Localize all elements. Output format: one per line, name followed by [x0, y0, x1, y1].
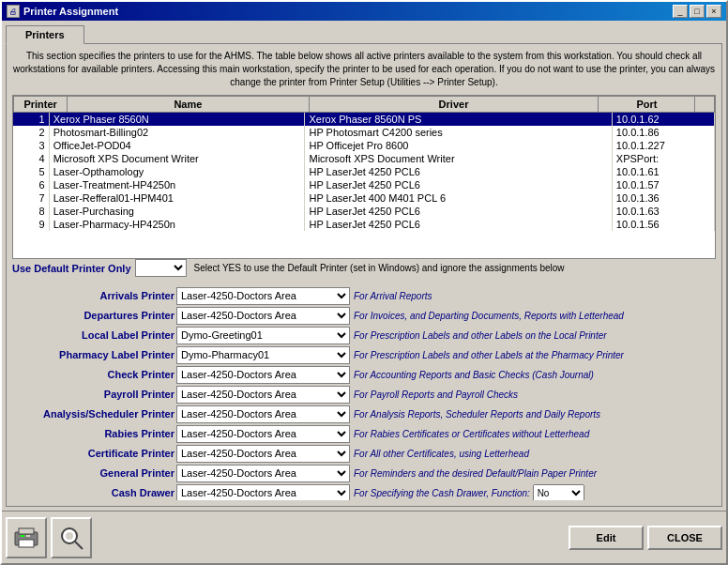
assignment-label: Certificate Printer — [12, 448, 176, 459]
assignment-label: Payroll Printer — [12, 389, 176, 400]
content-area: Printers This section specifies the prin… — [2, 21, 726, 511]
assignment-desc: For Rabies Certificates or Certificates … — [354, 429, 716, 439]
cell-driver: Microsoft XPS Document Writer — [305, 152, 612, 165]
col-header-scroll — [695, 97, 715, 113]
table-scroll[interactable]: 1 Xerox Phaser 8560N Xerox Phaser 8560N … — [13, 113, 715, 258]
table-row[interactable]: 5 Laser-Opthamology HP LaserJet 4250 PCL… — [13, 165, 715, 178]
cell-driver: HP LaserJet 400 M401 PCL 6 — [305, 191, 612, 205]
assignment-label: Cash Drawer — [12, 487, 176, 498]
tab-bar: Printers — [6, 24, 722, 43]
cell-num: 1 — [13, 113, 49, 126]
assignment-select[interactable]: Laser-4250-Doctors Area — [176, 484, 350, 501]
window-controls: _ □ × — [673, 5, 721, 18]
cash-drawer-function-select[interactable]: NoYes — [533, 484, 584, 500]
assignment-select[interactable]: Laser-4250-Doctors Area — [176, 425, 350, 443]
close-button[interactable]: × — [706, 5, 721, 18]
assignment-row: General Printer Laser-4250-Doctors Area … — [12, 464, 716, 482]
assignment-desc: For Prescription Labels and other Labels… — [354, 350, 716, 360]
cell-name: Laser-Pharmacy-HP4250n — [49, 218, 305, 231]
assignment-label: General Printer — [12, 467, 176, 479]
assignment-desc: For Prescription Labels and other Labels… — [354, 330, 716, 341]
cell-num: 5 — [13, 165, 49, 178]
cell-port: XPSPort: — [612, 152, 714, 165]
col-header-driver: Driver — [309, 97, 599, 113]
cell-num: 9 — [13, 218, 49, 231]
assignment-desc: For Payroll Reports and Payroll Checks — [354, 389, 716, 400]
search-icon[interactable] — [51, 517, 92, 558]
cell-num: 2 — [13, 126, 49, 139]
cell-driver: Xerox Phaser 8560N PS — [305, 113, 612, 126]
tab-printers[interactable]: Printers — [6, 25, 84, 44]
assignment-desc: For Arrival Reports — [354, 291, 716, 301]
assignment-select[interactable]: Laser-4250-Doctors Area — [176, 465, 350, 482]
assignments-area: Arrivals Printer Laser-4250-Doctors Area… — [12, 286, 716, 500]
table-row[interactable]: 2 Photosmart-Billing02 HP Photosmart C42… — [13, 126, 715, 139]
cell-port: 10.0.1.56 — [612, 218, 714, 231]
assignment-row: Cash Drawer Laser-4250-Doctors Area For … — [12, 483, 716, 500]
table-row[interactable]: 1 Xerox Phaser 8560N Xerox Phaser 8560N … — [13, 113, 715, 126]
cell-name: Microsoft XPS Document Writer — [49, 152, 305, 165]
assignment-desc: For Invoices, and Departing Documents, R… — [354, 311, 716, 321]
cell-driver: HP LaserJet 4250 PCL6 — [305, 165, 612, 178]
assignment-row: Certificate Printer Laser-4250-Doctors A… — [12, 444, 716, 463]
assignment-label: Analysis/Scheduler Printer — [12, 408, 176, 420]
cell-name: Xerox Phaser 8560N — [49, 113, 305, 126]
cell-name: OfficeJet-POD04 — [49, 139, 305, 152]
table-row[interactable]: 9 Laser-Pharmacy-HP4250n HP LaserJet 425… — [13, 218, 715, 231]
table-row[interactable]: 7 Laser-Refferal01-HPM401 HP LaserJet 40… — [13, 191, 715, 205]
table-row[interactable]: 4 Microsoft XPS Document Writer Microsof… — [13, 152, 715, 165]
svg-rect-2 — [19, 540, 34, 547]
assignment-select[interactable]: Laser-4250-Doctors Area — [176, 405, 350, 423]
cell-driver: HP LaserJet 4250 PCL6 — [305, 218, 612, 231]
table-row[interactable]: 6 Laser-Treatment-HP4250n HP LaserJet 42… — [13, 178, 715, 191]
cell-driver: HP LaserJet 4250 PCL6 — [305, 178, 612, 191]
cell-port: 10.0.1.227 — [612, 139, 714, 152]
cell-driver: HP LaserJet 4250 PCL6 — [305, 205, 612, 218]
table-row[interactable]: 3 OfficeJet-POD04 HP Officejet Pro 8600 … — [13, 139, 715, 152]
cell-driver: HP Officejet Pro 8600 — [305, 139, 612, 152]
svg-rect-4 — [26, 535, 30, 537]
table-row[interactable]: 8 Laser-Purchasing HP LaserJet 4250 PCL6… — [13, 205, 715, 218]
assignment-select[interactable]: Laser-4250-Doctors Area — [176, 307, 350, 325]
assignment-select[interactable]: Dymo-Greeting01 — [176, 327, 350, 344]
cell-num: 4 — [13, 152, 49, 165]
cell-port: 10.0.1.86 — [612, 126, 714, 139]
info-text: This section specifies the printers to u… — [12, 50, 716, 89]
maximize-button[interactable]: □ — [690, 5, 705, 18]
cell-num: 7 — [13, 191, 49, 205]
assignment-select[interactable]: Dymo-Pharmacy01 — [176, 346, 350, 364]
assignment-desc: For Analysis Reports, Scheduler Reports … — [354, 409, 716, 420]
default-printer-label: Use Default Printer Only — [12, 263, 131, 274]
cell-name: Photosmart-Billing02 — [49, 126, 305, 139]
cell-port: 10.0.1.61 — [612, 165, 714, 178]
assignment-row: Payroll Printer Laser-4250-Doctors Area … — [12, 385, 716, 404]
cell-port: 10.0.1.57 — [612, 178, 714, 191]
minimize-button[interactable]: _ — [673, 5, 688, 18]
assignment-select[interactable]: Laser-4250-Doctors Area — [176, 287, 350, 305]
cell-name: Laser-Purchasing — [49, 205, 305, 218]
col-header-port: Port — [599, 97, 695, 113]
close-button[interactable]: CLOSE — [647, 526, 722, 550]
assignment-row: Rabies Printer Laser-4250-Doctors Area F… — [12, 424, 716, 443]
window-icon: 🖨 — [7, 5, 20, 18]
assignment-label: Rabies Printer — [12, 428, 176, 439]
assignment-desc: For Reminders and the desired Default/Pl… — [354, 468, 716, 479]
svg-rect-1 — [19, 528, 34, 534]
svg-line-6 — [75, 542, 83, 549]
assignment-label: Pharmacy Label Printer — [12, 349, 176, 360]
cell-num: 8 — [13, 205, 49, 218]
printer-icon[interactable] — [6, 517, 47, 558]
title-bar: 🖨 Printer Assignment _ □ × — [2, 2, 726, 21]
default-printer-select[interactable]: YES NO — [135, 259, 187, 277]
cell-port: 10.0.1.63 — [612, 205, 714, 218]
assignment-desc: For All other Certificates, using Letter… — [354, 449, 716, 459]
printer-table-container: Printer Name Driver Port — [12, 95, 716, 259]
assignment-select[interactable]: Laser-4250-Doctors Area — [176, 366, 350, 384]
default-printer-row: Use Default Printer Only YES NO Select Y… — [12, 259, 716, 277]
cell-driver: HP Photosmart C4200 series — [305, 126, 612, 139]
assignment-row: Pharmacy Label Printer Dymo-Pharmacy01 F… — [12, 345, 716, 364]
edit-button[interactable]: Edit — [569, 526, 644, 550]
assignment-select[interactable]: Laser-4250-Doctors Area — [176, 386, 350, 404]
assignment-label: Check Printer — [12, 369, 176, 380]
assignment-select[interactable]: Laser-4250-Doctors Area — [176, 445, 350, 463]
